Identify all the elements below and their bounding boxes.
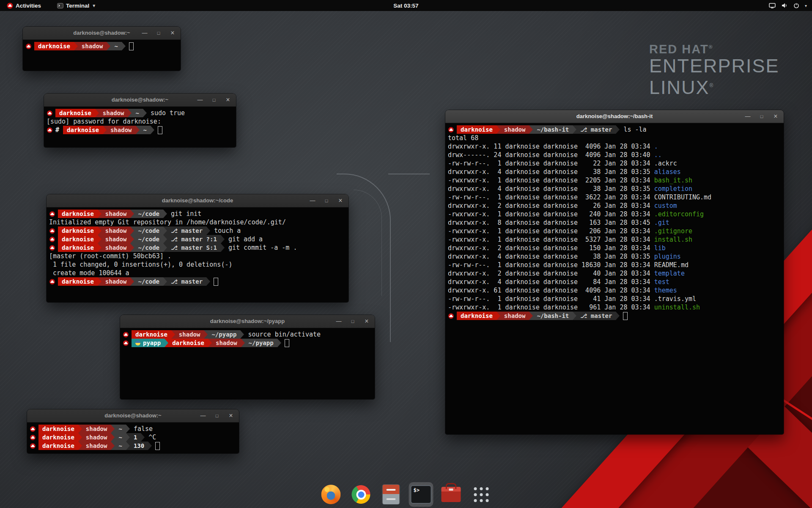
close-button[interactable]: ×	[224, 94, 232, 106]
terminal-window-code: darknoise@shadow:~/code — □ × darknoises…	[47, 194, 348, 302]
redhat-prompt-icon	[49, 245, 55, 251]
window-titlebar[interactable]: darknoise@shadow:~/bash-it — □ ×	[445, 110, 784, 123]
close-button[interactable]: ×	[169, 27, 176, 39]
window-titlebar[interactable]: darknoise@shadow:~/pyapp — □ ×	[120, 315, 375, 328]
dock-firefox-button[interactable]	[320, 483, 343, 506]
terminal-content[interactable]: darknoiseshadow~/codegit initInitialized…	[47, 207, 348, 302]
terminal-content[interactable]: darknoiseshadow~falsedarknoiseshadow~1^C…	[27, 422, 239, 453]
powerline-segment-user: darknoise	[58, 226, 98, 235]
maximize-button[interactable]: □	[349, 315, 357, 328]
output-line: drwxrwxr-x. 2 darknoise darknoise 26 Jan…	[448, 202, 784, 210]
command-text: touch a	[210, 227, 241, 235]
output-line: -rwxrwxr-x. 1 darknoise darknoise 5327 J…	[448, 235, 784, 244]
output-text: Initialized empty Git repository in /hom…	[49, 218, 286, 226]
file-name: lib	[654, 244, 666, 252]
output-line: create mode 100644 a	[49, 269, 348, 277]
window-titlebar[interactable]: darknoise@shadow:~/code — □ ×	[47, 194, 348, 207]
powerline-arrow-icon	[165, 339, 168, 347]
powerline-segment-host: shadow	[107, 126, 136, 134]
prompt-line: darknoiseshadow~/code⎇ master S:1git com…	[49, 243, 348, 252]
powerline-arrow-icon	[277, 339, 281, 347]
terminal-content[interactable]: darknoiseshadow~sudo true[sudo] password…	[44, 107, 236, 147]
minimize-button[interactable]: —	[196, 94, 204, 106]
powerline-arrow-icon	[163, 226, 167, 235]
redhat-prompt-icon	[49, 228, 55, 234]
status-area[interactable]: ▾	[769, 3, 812, 8]
terminal-cursor	[285, 339, 289, 347]
powerline-segment-user: darknoise	[132, 330, 171, 339]
close-button[interactable]: ×	[772, 110, 779, 123]
top-bar: Activities Terminal ▼ Sat 03:57 ▾	[0, 0, 812, 11]
powerline-arrow-icon	[98, 235, 102, 243]
app-menu-terminal[interactable]: Terminal ▼	[55, 0, 99, 11]
close-button[interactable]: ×	[363, 315, 370, 328]
output-text: -rw-rw-r--. 1 darknoise darknoise 3622 J…	[448, 193, 654, 201]
powerline-arrow-icon	[78, 442, 82, 450]
activities-button[interactable]: Activities	[4, 0, 44, 11]
minimize-button[interactable]: —	[744, 110, 752, 123]
output-line: -rw-rw-r--. 1 darknoise darknoise 41 Jan…	[448, 295, 784, 303]
powerline-arrow-icon	[98, 243, 102, 252]
output-line: drwxrwxr-x. 4 darknoise darknoise 38 Jan…	[448, 252, 784, 261]
app-menu-label: Terminal	[66, 3, 89, 9]
powerline-segment-path: ~/bash-it	[533, 125, 573, 134]
powerline-arrow-icon	[126, 433, 130, 442]
window-titlebar[interactable]: darknoise@shadow:~ — □ ×	[23, 27, 181, 40]
apps-grid-icon	[472, 486, 490, 503]
terminal-content[interactable]: darknoiseshadow~/pyappsource bin/activat…	[120, 328, 375, 399]
powerline-segment-path: ~/code	[134, 210, 163, 218]
redhat-prompt-icon	[49, 211, 55, 217]
powerline-segment-host: shadow	[99, 109, 128, 117]
close-button[interactable]: ×	[227, 409, 235, 422]
dock-chrome-button[interactable]	[350, 483, 373, 506]
maximize-button[interactable]: □	[155, 27, 162, 39]
file-name: plugins	[654, 253, 681, 260]
powerline-arrow-icon	[208, 339, 212, 347]
powerline-segment-user: darknoise	[457, 125, 497, 134]
close-button[interactable]: ×	[337, 194, 344, 207]
command-text: git init	[167, 210, 201, 218]
powerline-arrow-icon	[163, 277, 167, 286]
prompt-line: darknoiseshadow~/code⎇ master ?:1git add…	[49, 235, 348, 243]
powerline-segment-host: shadow	[102, 210, 131, 218]
window-titlebar[interactable]: darknoise@shadow:~ — □ ×	[44, 94, 236, 107]
prompt-line: darknoiseshadow~/pyappsource bin/activat…	[123, 330, 375, 339]
powerline-arrow-icon	[98, 226, 102, 235]
output-text: drwxrwxr-x. 8 darknoise darknoise 163 Ja…	[448, 219, 654, 226]
maximize-button[interactable]: □	[323, 194, 330, 207]
terminal-window-home-a: darknoise@shadow:~ — □ × darknoiseshadow…	[23, 27, 181, 71]
clock[interactable]: Sat 03:57	[0, 3, 812, 9]
maximize-button[interactable]: □	[758, 110, 765, 123]
output-line: drwxrwxr-x. 8 darknoise darknoise 163 Ja…	[448, 218, 784, 227]
powerline-segment-exit: 1	[130, 433, 141, 442]
powerline-segment-user: darknoise	[168, 339, 208, 347]
dock-apps-grid-button[interactable]	[470, 483, 493, 506]
powerline-arrow-icon	[148, 442, 152, 450]
powerline-segment-venv: pyapp	[132, 339, 165, 347]
output-text: -rwxrwxr-x. 1 darknoise darknoise 961 Ja…	[448, 304, 654, 311]
maximize-button[interactable]: □	[210, 94, 218, 106]
dock-toolbox-button[interactable]	[440, 483, 463, 506]
rhel-logo-linux: LINUX®	[649, 76, 779, 97]
terminal-content[interactable]: darknoiseshadow~	[23, 40, 181, 71]
output-line: drwxrwxr-x. 61 darknoise darknoise 4096 …	[448, 286, 784, 295]
minimize-button[interactable]: —	[335, 315, 343, 328]
window-titlebar[interactable]: darknoise@shadow:~ — □ ×	[27, 409, 239, 422]
output-line: [sudo] password for darknoise:	[47, 117, 236, 126]
dock-terminal-button[interactable]: $>	[410, 483, 433, 506]
terminal-content[interactable]: darknoiseshadow~/bash-it⎇ masterls -lato…	[445, 123, 784, 434]
minimize-button[interactable]: —	[141, 27, 148, 39]
redhat-prompt-icon	[25, 43, 32, 50]
powerline-segment-path: ~/code	[134, 226, 163, 235]
minimize-button[interactable]: —	[309, 194, 316, 207]
dock-files-button[interactable]	[380, 483, 403, 506]
powerline-arrow-icon	[163, 210, 167, 218]
output-text: -rwxrwxr-x. 1 darknoise darknoise 2205 J…	[448, 177, 654, 184]
display-icon	[769, 3, 776, 8]
powerline-segment-git: ⎇ master	[576, 125, 616, 134]
file-name: uninstall.sh	[654, 304, 700, 311]
minimize-button[interactable]: —	[199, 409, 207, 422]
maximize-button[interactable]: □	[213, 409, 221, 422]
powerline-segment-host: shadow	[212, 339, 241, 347]
chevron-down-icon: ▼	[92, 3, 96, 8]
